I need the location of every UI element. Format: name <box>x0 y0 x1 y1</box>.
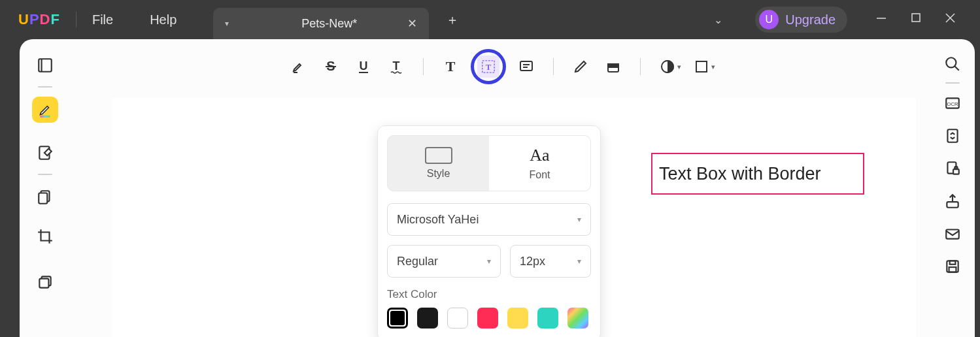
tab-font-label: Font <box>529 169 550 181</box>
textbox-properties-popup: Style Aa Font Microsoft YaHei ▾ Regular … <box>377 125 601 337</box>
text-icon: T <box>443 59 458 74</box>
tool-text[interactable]: T <box>438 54 463 79</box>
style-font-tabs: Style Aa Font <box>387 135 591 191</box>
svg-rect-5 <box>40 116 50 118</box>
underline-icon: U <box>356 59 371 74</box>
color-swatches <box>387 308 591 329</box>
sidebar-batch[interactable] <box>32 269 58 295</box>
convert-icon <box>944 127 961 144</box>
swatch-black[interactable] <box>417 308 438 329</box>
tool-note[interactable] <box>514 54 539 79</box>
svg-rect-31 <box>520 61 532 71</box>
tool-textbox-active[interactable]: T <box>471 49 506 84</box>
email-button[interactable] <box>942 223 963 244</box>
save-icon <box>944 258 961 275</box>
workspace: OCR S U T T <box>20 39 975 337</box>
font-family-value: Microsoft YaHei <box>397 213 479 227</box>
chevron-down-icon: ▾ <box>577 257 581 266</box>
sidebar-comment[interactable] <box>32 97 58 123</box>
divider <box>76 12 76 27</box>
window-menu-caret-icon[interactable]: ⌄ <box>714 14 722 26</box>
convert-button[interactable] <box>942 125 963 146</box>
crop-icon <box>37 228 54 245</box>
tab-style[interactable]: Style <box>388 136 489 191</box>
tab-font[interactable]: Aa Font <box>489 136 590 191</box>
svg-rect-37 <box>696 61 707 72</box>
tab-close-icon[interactable]: ✕ <box>407 16 417 31</box>
left-sidebar <box>20 39 71 337</box>
svg-rect-18 <box>947 202 958 208</box>
svg-rect-21 <box>950 261 956 264</box>
mail-icon <box>944 225 961 242</box>
font-weight-value: Regular <box>397 255 438 268</box>
highlighter-icon <box>37 101 54 118</box>
swatch-teal[interactable] <box>537 308 558 329</box>
font-family-select[interactable]: Microsoft YaHei ▾ <box>387 203 591 236</box>
svg-rect-10 <box>39 279 48 288</box>
close-window-button[interactable] <box>945 13 955 26</box>
minimize-button[interactable] <box>876 13 887 26</box>
sidebar-reader[interactable] <box>32 52 58 78</box>
swatch-red[interactable] <box>477 308 498 329</box>
svg-text:T: T <box>486 63 492 72</box>
text-box-annotation[interactable]: Text Box with Border <box>651 153 864 195</box>
svg-rect-35 <box>608 64 618 67</box>
chevron-down-icon: ▾ <box>487 257 491 266</box>
search-icon <box>944 56 961 72</box>
new-tab-button[interactable]: ＋ <box>446 11 459 29</box>
sidebar-edit[interactable] <box>32 140 58 166</box>
svg-rect-1 <box>912 14 920 22</box>
tool-squiggly[interactable]: T <box>384 54 409 79</box>
protect-button[interactable] <box>942 158 963 179</box>
chevron-down-icon: ▾ <box>577 215 581 224</box>
right-sidebar: OCR <box>930 39 975 337</box>
chevron-down-icon[interactable]: ▾ <box>677 63 681 71</box>
book-icon <box>37 57 54 74</box>
tool-eraser[interactable] <box>601 54 626 79</box>
menu-help[interactable]: Help <box>150 12 177 27</box>
upgrade-button[interactable]: U Upgrade <box>755 7 847 33</box>
divider <box>945 82 960 84</box>
tab-dropdown-icon[interactable]: ▾ <box>225 19 229 28</box>
tool-pencil[interactable] <box>568 54 593 79</box>
document-tab[interactable]: ▾ Pets-New* ✕ <box>213 8 429 39</box>
note-icon <box>518 59 534 74</box>
text-color-label: Text Color <box>387 288 591 301</box>
tool-stamp[interactable] <box>655 54 680 79</box>
font-size-select[interactable]: 12px ▾ <box>510 245 591 278</box>
annotation-toolbar: S U T T T ▾ <box>72 52 929 81</box>
font-weight-select[interactable]: Regular ▾ <box>387 245 501 278</box>
tool-highlighter[interactable] <box>286 54 311 79</box>
ocr-button[interactable]: OCR <box>942 93 963 114</box>
chevron-down-icon[interactable]: ▾ <box>711 63 715 71</box>
font-size-value: 12px <box>520 255 545 268</box>
sidebar-crop[interactable] <box>32 223 58 249</box>
stamp-icon <box>660 59 675 74</box>
menu-file[interactable]: File <box>92 12 113 27</box>
svg-rect-17 <box>953 169 959 174</box>
search-button[interactable] <box>942 54 963 74</box>
toolbar-divider <box>423 58 424 75</box>
highlighter-icon <box>290 59 306 74</box>
svg-rect-15 <box>947 129 957 142</box>
maximize-button[interactable] <box>911 13 921 26</box>
tool-underline[interactable]: U <box>351 54 376 79</box>
save-button[interactable] <box>942 256 963 277</box>
svg-point-11 <box>946 57 956 67</box>
svg-rect-8 <box>39 193 47 204</box>
swatch-white[interactable] <box>447 308 468 329</box>
swatch-custom-color[interactable] <box>567 308 588 329</box>
share-icon <box>944 193 961 210</box>
title-bar: UPDF File Help ▾ Pets-New* ✕ ＋ ⌄ U Upgra… <box>0 0 980 39</box>
tool-strikethrough[interactable]: S <box>318 54 343 79</box>
swatch-yellow[interactable] <box>507 308 528 329</box>
tool-shape[interactable] <box>689 54 714 79</box>
pages-icon <box>37 189 54 206</box>
textbox-icon: T <box>481 59 496 74</box>
sidebar-organize[interactable] <box>32 184 58 210</box>
share-button[interactable] <box>942 191 963 212</box>
stack-icon <box>37 274 54 291</box>
eraser-icon <box>605 59 621 74</box>
swatch-selected-black[interactable] <box>387 308 408 329</box>
lock-file-icon <box>944 160 961 177</box>
